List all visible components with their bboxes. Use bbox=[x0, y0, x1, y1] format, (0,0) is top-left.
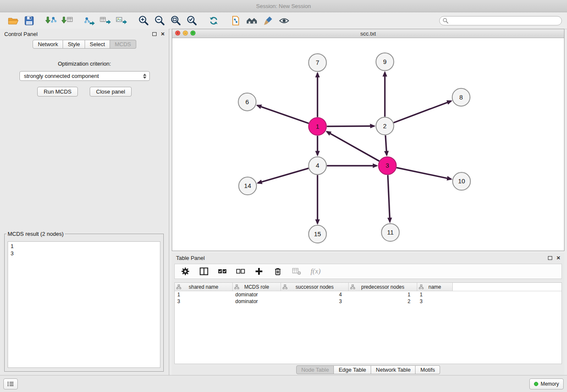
node-6[interactable]: 6 bbox=[238, 93, 256, 111]
table-row[interactable]: 3dominator323 bbox=[175, 298, 561, 305]
edge-1-2[interactable] bbox=[327, 126, 374, 127]
float-panel-icon[interactable] bbox=[152, 32, 157, 36]
settings-gear-icon[interactable] bbox=[181, 267, 190, 276]
node-2[interactable]: 2 bbox=[376, 117, 394, 135]
select-all-rows-icon[interactable] bbox=[218, 269, 227, 274]
node-7[interactable]: 7 bbox=[308, 54, 326, 72]
node-14[interactable]: 14 bbox=[239, 177, 256, 195]
close-window-icon[interactable]: × bbox=[175, 30, 180, 36]
edge-2-8[interactable] bbox=[394, 101, 451, 123]
zoom-fit-button[interactable] bbox=[168, 14, 184, 28]
node-table: shared nameMCDS rolesuccessor nodesprede… bbox=[174, 282, 562, 364]
optimization-criterion-select[interactable]: strongly connected component bbox=[19, 71, 150, 81]
float-table-panel-icon[interactable] bbox=[548, 256, 552, 260]
add-column-icon[interactable] bbox=[254, 267, 264, 276]
zoom-in-button[interactable] bbox=[135, 14, 151, 28]
tab-motifs[interactable]: Motifs bbox=[416, 365, 440, 374]
delete-table-icon bbox=[292, 267, 301, 276]
edge-3-10[interactable] bbox=[396, 168, 451, 179]
column-header-shared-name[interactable]: shared name bbox=[175, 283, 233, 291]
mcds-panel: Optimization criterion: strongly connect… bbox=[0, 51, 169, 375]
save-session-icon bbox=[24, 15, 35, 26]
maximize-window-icon[interactable]: + bbox=[190, 30, 195, 36]
panel-menu-button[interactable] bbox=[3, 378, 18, 389]
edge-1-6[interactable] bbox=[257, 105, 309, 123]
deselect-all-rows-icon[interactable] bbox=[236, 269, 245, 274]
column-header-mcds-role[interactable]: MCDS role bbox=[233, 283, 281, 291]
column-header-label: MCDS role bbox=[244, 284, 269, 290]
first-neighbors-button[interactable] bbox=[244, 14, 260, 28]
node-10[interactable]: 10 bbox=[453, 172, 471, 190]
traffic-lights: × − + bbox=[175, 30, 195, 36]
network-canvas[interactable]: 7968124314101511 bbox=[172, 38, 564, 251]
mcds-result-title: MCDS result (2 nodes) bbox=[6, 231, 65, 237]
edge-4-14[interactable] bbox=[258, 168, 308, 183]
new-network-from-selection-button[interactable] bbox=[228, 14, 244, 28]
table-cell: 3 bbox=[417, 298, 453, 305]
zoom-selected-button[interactable] bbox=[184, 14, 200, 28]
mcds-result-box: MCDS result (2 nodes) 13 bbox=[4, 231, 164, 372]
svg-text:10: 10 bbox=[458, 177, 465, 185]
zoom-out-icon bbox=[154, 15, 165, 26]
open-folder-button[interactable] bbox=[5, 14, 21, 28]
table-body: 1dominator4113dominator323 bbox=[175, 291, 561, 305]
optimization-criterion-label: Optimization criterion: bbox=[0, 61, 169, 67]
close-panel-button[interactable]: Close panel bbox=[90, 87, 132, 97]
node-15[interactable]: 15 bbox=[308, 225, 326, 243]
table-cell: 1 bbox=[417, 291, 453, 298]
minimize-window-icon[interactable]: − bbox=[183, 30, 188, 36]
node-11[interactable]: 11 bbox=[382, 224, 399, 241]
export-image-button[interactable] bbox=[113, 14, 129, 28]
node-9[interactable]: 9 bbox=[376, 53, 394, 71]
tab-style[interactable]: Style bbox=[63, 40, 85, 49]
edge-3-11[interactable] bbox=[388, 175, 390, 222]
refresh-view-button[interactable] bbox=[206, 14, 222, 28]
svg-text:1: 1 bbox=[316, 123, 319, 130]
edge-2-3[interactable] bbox=[385, 135, 387, 155]
node-8[interactable]: 8 bbox=[452, 88, 470, 106]
import-table-icon bbox=[61, 15, 73, 26]
delete-column-icon[interactable] bbox=[273, 267, 283, 276]
tab-select[interactable]: Select bbox=[85, 40, 110, 49]
zoom-fit-icon bbox=[170, 15, 182, 26]
tab-mcds[interactable]: MCDS bbox=[110, 40, 136, 49]
table-row[interactable]: 1dominator411 bbox=[175, 291, 561, 298]
style-brush-button[interactable] bbox=[260, 14, 276, 28]
first-neighbors-icon bbox=[246, 15, 258, 26]
tab-edge-table[interactable]: Edge Table bbox=[334, 365, 371, 374]
export-network-icon bbox=[83, 15, 95, 26]
mcds-result-list[interactable]: 13 bbox=[8, 241, 160, 368]
edge-3-1[interactable] bbox=[327, 132, 379, 161]
node-4[interactable]: 4 bbox=[308, 157, 326, 174]
search-input[interactable] bbox=[439, 16, 562, 25]
save-session-button[interactable] bbox=[21, 14, 37, 28]
close-panel-icon[interactable]: × bbox=[161, 31, 165, 37]
tab-node-table[interactable]: Node Table bbox=[296, 365, 334, 374]
column-header-label: successor nodes bbox=[295, 284, 333, 290]
column-header-successor-nodes[interactable]: successor nodes bbox=[281, 283, 349, 291]
memory-status-icon bbox=[534, 382, 538, 386]
tab-network[interactable]: Network bbox=[33, 40, 63, 49]
close-table-panel-icon[interactable]: × bbox=[556, 255, 560, 261]
import-table-button[interactable] bbox=[59, 14, 75, 28]
column-header-name[interactable]: name bbox=[417, 283, 453, 291]
column-header-predecessor-nodes[interactable]: predecessor nodes bbox=[349, 283, 417, 291]
svg-text:9: 9 bbox=[383, 58, 386, 65]
run-mcds-button[interactable]: Run MCDS bbox=[37, 87, 78, 97]
zoom-selected-icon bbox=[186, 15, 198, 26]
column-chooser-icon[interactable] bbox=[199, 267, 209, 276]
node-1[interactable]: 1 bbox=[308, 118, 326, 135]
export-table-button[interactable] bbox=[97, 14, 113, 28]
import-network-button[interactable] bbox=[43, 14, 59, 28]
tab-network-table[interactable]: Network Table bbox=[371, 365, 416, 374]
export-network-button[interactable] bbox=[81, 14, 97, 28]
memory-button[interactable]: Memory bbox=[529, 378, 564, 389]
zoom-out-button[interactable] bbox=[151, 14, 168, 28]
zoom-in-icon bbox=[138, 15, 149, 26]
network-window: × − + scc.txt 7968124314101511 bbox=[172, 29, 564, 251]
table-cell: 2 bbox=[349, 298, 417, 305]
svg-text:11: 11 bbox=[387, 229, 394, 236]
node-3[interactable]: 3 bbox=[379, 157, 396, 174]
network-graph[interactable]: 7968124314101511 bbox=[172, 38, 564, 251]
show-hide-details-button[interactable] bbox=[276, 14, 292, 28]
